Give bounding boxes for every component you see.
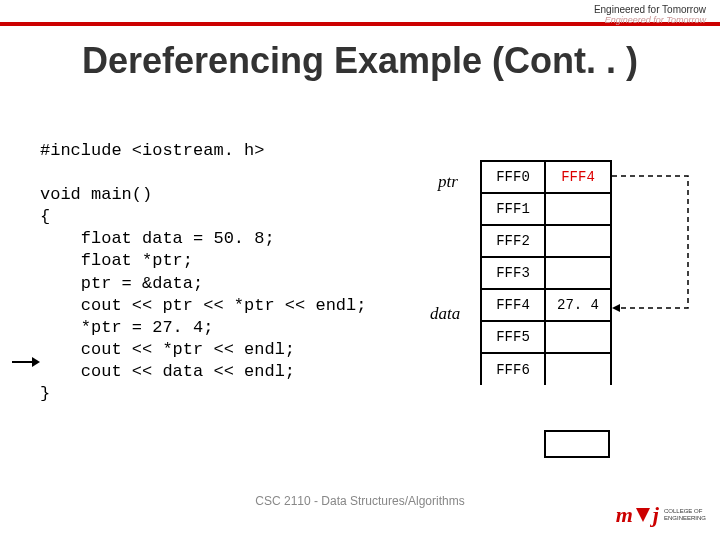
current-line-arrow-icon	[12, 354, 40, 370]
memory-row: FFF1	[481, 193, 611, 225]
memory-addr: FFF3	[481, 257, 545, 289]
memory-row: FFF6	[481, 353, 611, 385]
memory-row: FFF3	[481, 257, 611, 289]
memory-diagram-table: FFF0 FFF4 FFF1 FFF2 FFF3 FFF4 27. 4 FFF5…	[480, 160, 612, 385]
ptr-variable-label: ptr	[438, 172, 458, 192]
svg-marker-2	[612, 304, 620, 312]
data-variable-label: data	[430, 304, 460, 324]
logo-subtitle: COLLEGE OF ENGINEERING	[664, 508, 706, 521]
memory-row: FFF0 FFF4	[481, 161, 611, 193]
memory-addr: FFF0	[481, 161, 545, 193]
header-tagline-1: Engineered for Tomorrow	[594, 4, 706, 15]
memory-val: 27. 4	[545, 289, 611, 321]
memory-extra-cell	[544, 430, 610, 458]
memory-row: FFF2	[481, 225, 611, 257]
logo-letter-m: m	[616, 502, 633, 528]
memory-addr: FFF5	[481, 321, 545, 353]
memory-val: FFF4	[545, 161, 611, 193]
footer-course-label: CSC 2110 - Data Structures/Algorithms	[0, 494, 720, 508]
logo-chevron-icon	[636, 508, 650, 522]
memory-addr: FFF4	[481, 289, 545, 321]
memory-val	[545, 257, 611, 289]
memory-val	[545, 225, 611, 257]
slide-title: Dereferencing Example (Cont. . )	[0, 40, 720, 82]
college-logo: m j COLLEGE OF ENGINEERING	[616, 502, 706, 528]
pointer-arrow-icon	[610, 158, 710, 318]
memory-val	[545, 353, 611, 385]
code-listing: #include <iostream. h> void main() { flo…	[40, 140, 366, 405]
memory-addr: FFF2	[481, 225, 545, 257]
memory-row: FFF5	[481, 321, 611, 353]
logo-letter-j: j	[653, 502, 659, 528]
memory-addr: FFF1	[481, 193, 545, 225]
memory-addr: FFF6	[481, 353, 545, 385]
memory-val	[545, 193, 611, 225]
memory-val	[545, 321, 611, 353]
header-tagline-2: Engineered for Tomorrow	[605, 15, 706, 25]
memory-row: FFF4 27. 4	[481, 289, 611, 321]
svg-marker-1	[32, 357, 40, 367]
